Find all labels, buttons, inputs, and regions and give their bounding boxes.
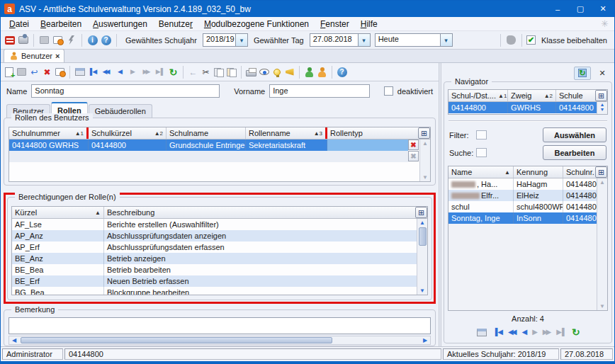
column-config-button[interactable]: ⊞ [595,90,607,101]
permission-row[interactable]: BE_ErfNeuen Betrieb erfassen [12,275,417,287]
help-icon[interactable]: ? [100,34,112,46]
select-button[interactable]: Auswählen [543,127,606,142]
col-rollenname[interactable]: Rollenname▲3 [246,127,327,139]
col-schulname[interactable]: Schulname [167,127,246,139]
col-schulnr[interactable]: Schulnr. [563,166,595,178]
scroll-up-icon[interactable]: ▲ [599,179,605,186]
first-record-icon[interactable]: ▐◀ [492,329,503,336]
col-name[interactable]: Name▲ [448,166,514,178]
filter-field[interactable] [476,130,487,140]
scroll-down-icon[interactable]: ▼ [419,288,425,294]
menu-modulbezogene-funktionen[interactable]: Modulbezogene Funktionen [198,17,315,31]
col-kennung[interactable]: Kennung [514,166,563,178]
remark-hscrollbar[interactable]: ◀ ▶ [9,336,431,345]
minimize-button[interactable]: – [546,1,569,17]
delete-record-icon[interactable]: ✖ [41,66,53,78]
scroll-left-icon[interactable]: ◀ [9,336,19,344]
day-date-select[interactable]: 27.08.2018 ▾ [310,33,371,47]
column-config-button[interactable]: ⊞ [595,166,607,178]
dataset-window-icon[interactable] [74,66,86,78]
copy-record-icon[interactable] [38,34,50,46]
deaktiviert-checkbox[interactable] [384,86,393,96]
scroll-down-icon[interactable]: ▼ [599,303,605,309]
permission-row[interactable]: AF_LseBerichte erstellen (Auswahlfilter) [12,219,417,230]
refresh-icon[interactable]: ↻ [572,327,580,337]
scroll-right-icon[interactable]: ▶ [420,336,430,344]
col-schul-dst[interactable]: Schul-/Dst....▲1 [448,90,508,101]
col-rollentyp[interactable]: Rollentyp [327,127,418,139]
day-mode-select[interactable]: Heute ▾ [375,33,453,47]
scroll-up-icon[interactable]: ▲ [422,140,428,147]
keep-class-checkbox[interactable]: ✔ [526,35,536,45]
col-kuerzel[interactable]: Kürzel▲ [12,207,104,218]
messages-icon[interactable] [4,34,16,46]
add-user-icon[interactable] [303,66,315,78]
report-print-icon[interactable] [17,34,29,46]
remark-textarea[interactable] [9,317,431,334]
tab-gebaeuderollen[interactable]: Gebäuderollen [89,104,152,118]
column-config-button[interactable]: ⊞ [418,127,430,139]
undo-icon[interactable]: ↩ [28,66,40,78]
menu-benutzer[interactable]: Benutzer [153,17,198,31]
permission-row[interactable]: AP_AnzAbschlussprüfungsdaten anzeigen [12,230,417,241]
school-spinner[interactable]: ▲ ▼ [597,102,607,114]
permissions-scrollbar[interactable]: ▲ ▼ [417,219,427,295]
menu-bearbeiten[interactable]: Bearbeiten [35,17,87,31]
col-schulnummer[interactable]: Schulnummer▲1 [9,127,89,139]
fast-previous-icon[interactable]: ◀◀ [508,329,514,336]
spin-up-icon[interactable]: ▲ [600,102,605,107]
preview-icon[interactable] [258,66,270,78]
scroll-up-icon[interactable]: ▲ [419,220,425,226]
spin-down-icon[interactable]: ▼ [600,107,605,112]
chevron-down-icon[interactable]: ▾ [235,34,247,46]
school-year-select[interactable]: 2018/19 ▾ [203,33,248,47]
new-window-icon[interactable] [52,34,64,46]
hint-icon[interactable] [271,66,283,78]
permission-row[interactable]: BE_BeaBetrieb bearbeiten [12,264,417,275]
permission-row[interactable]: BE_AnzBetrieb anzeigen [12,253,417,264]
user-row[interactable]: Elfr... ElHeiz 04144800 GW... [448,190,597,201]
user-row[interactable]: schul schul4800WRHS 04144800 GW... [448,201,597,212]
permission-row[interactable]: BG_BeaBlockgruppe bearbeiten [12,287,417,295]
user-row-selected[interactable]: Sonntag, Inge InSonn 04144800 GW... [448,212,597,224]
print-icon[interactable] [245,66,257,78]
previous-record-icon[interactable]: ◀ [521,329,527,336]
chevron-down-icon[interactable]: ▾ [440,34,452,46]
col-beschreibung[interactable]: Beschreibung [104,207,415,218]
delete-role-button[interactable]: ✖ [408,140,419,150]
menu-datei[interactable]: Datei [4,17,35,31]
scrollbar-thumb[interactable] [21,337,332,343]
edit-form-icon[interactable] [54,66,66,78]
user-roles-icon[interactable] [316,66,328,78]
copy-icon[interactable] [213,66,225,78]
close-button[interactable]: ✕ [592,1,614,17]
notification-icon[interactable] [283,66,295,78]
fast-previous-icon[interactable]: ◀◀ [99,66,111,78]
scroll-down-icon[interactable]: ▼ [422,174,428,181]
info-icon[interactable]: i [86,34,98,46]
close-tab-icon[interactable]: × [55,52,60,60]
dataset-window-icon[interactable] [475,326,487,339]
menu-auswertungen[interactable]: Auswertungen [87,17,153,31]
previous-record-icon[interactable]: ◀ [114,66,126,78]
chevron-down-icon[interactable]: ▾ [358,34,370,46]
cut-icon[interactable]: ✂ [200,66,212,78]
tab-benutzer-document[interactable]: Benutzer × [4,49,64,62]
first-record-icon[interactable]: ▐◀ [86,66,98,78]
search-field[interactable] [476,148,487,157]
school-row[interactable]: 04144800 GWRHS 04144800 [448,102,597,113]
scrollbar-thumb[interactable] [419,227,427,246]
menu-fenster[interactable]: Fenster [315,17,355,31]
context-help-icon[interactable]: ? [336,66,348,78]
paste-icon[interactable] [225,66,237,78]
roles-scrollbar[interactable]: ▲ ▼ [419,140,430,181]
role-row[interactable]: 04144800 GWRHS 04144800 Grundschule Entr… [9,140,408,151]
col-zweig[interactable]: Zweig▲2 [508,90,556,101]
user-row[interactable]: , Ha... HaHagm 04144800 GW... [448,178,597,190]
new-record-icon[interactable]: + [3,66,15,78]
name-field[interactable]: Sonntag [31,84,220,98]
col-schule[interactable]: Schule [556,90,595,101]
quick-action-icon[interactable] [65,34,77,46]
close-navigator-button[interactable]: ✕ [594,67,611,80]
col-schulkuerzel[interactable]: Schulkürzel▲2 [89,127,167,139]
